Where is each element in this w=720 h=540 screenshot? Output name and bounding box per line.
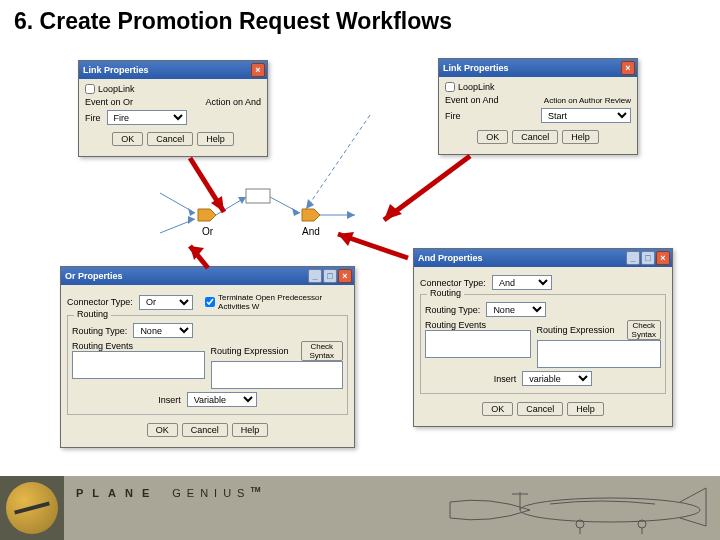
terminate-checkbox[interactable]: Terminate Open Predecessor Activities W xyxy=(205,293,348,311)
routing-expression-box[interactable] xyxy=(211,361,344,389)
routing-expression-label: Routing Expression xyxy=(211,346,289,356)
minimize-icon[interactable]: _ xyxy=(626,251,640,265)
routing-events-label: Routing Events xyxy=(72,341,205,351)
routing-events-list[interactable] xyxy=(425,330,531,358)
help-button[interactable]: Help xyxy=(567,402,604,416)
insert-select[interactable]: Variable xyxy=(187,392,257,407)
brand-text: PLANEGENIUSTM xyxy=(76,486,261,499)
link-properties-dialog-left: Link Properties × LoopLink Event on Or A… xyxy=(78,60,268,157)
svg-line-7 xyxy=(306,115,370,209)
ok-button[interactable]: OK xyxy=(482,402,513,416)
logo-badge: CIRRUS xyxy=(0,476,64,540)
callout-arrow xyxy=(180,150,240,234)
routing-type-select[interactable]: None xyxy=(133,323,193,338)
connector-type-select[interactable]: And xyxy=(492,275,552,290)
airplane-lineart-icon xyxy=(430,482,710,536)
or-properties-dialog: Or Properties _ □ × Connector Type: Or T… xyxy=(60,266,355,448)
fire-label: Fire xyxy=(85,113,101,123)
callout-arrow xyxy=(180,238,220,282)
cancel-button[interactable]: Cancel xyxy=(182,423,228,437)
dialog-title: Link Properties xyxy=(83,65,251,75)
svg-point-21 xyxy=(520,498,700,522)
slide-title: 6. Create Promotion Request Workflows xyxy=(0,0,720,43)
action-on-label: Action on And xyxy=(205,97,261,107)
and-node-label: And xyxy=(302,226,320,237)
callout-arrow xyxy=(328,228,418,272)
close-icon[interactable]: × xyxy=(656,251,670,265)
help-button[interactable]: Help xyxy=(232,423,269,437)
dialog-title: Link Properties xyxy=(443,63,621,73)
titlebar[interactable]: Link Properties × xyxy=(79,61,267,79)
routing-legend: Routing xyxy=(74,309,111,319)
ok-button[interactable]: OK xyxy=(112,132,143,146)
fire-label: Fire xyxy=(445,111,461,121)
routing-type-label: Routing Type: xyxy=(425,305,480,315)
connector-type-select[interactable]: Or xyxy=(139,295,193,310)
routing-expression-label: Routing Expression xyxy=(537,325,615,335)
check-syntax-button[interactable]: Check Syntax xyxy=(627,320,661,340)
cancel-button[interactable]: Cancel xyxy=(512,130,558,144)
check-syntax-button[interactable]: Check Syntax xyxy=(301,341,343,361)
cirrus-logo-icon: CIRRUS xyxy=(6,482,58,534)
routing-events-label: Routing Events xyxy=(425,320,531,330)
routing-expression-box[interactable] xyxy=(537,340,662,368)
svg-rect-6 xyxy=(246,189,270,203)
maximize-icon[interactable]: □ xyxy=(641,251,655,265)
titlebar[interactable]: Link Properties × xyxy=(439,59,637,77)
ok-button[interactable]: OK xyxy=(477,130,508,144)
slide-footer: CIRRUS PLANEGENIUSTM xyxy=(0,476,720,540)
insert-select[interactable]: variable xyxy=(522,371,592,386)
ok-button[interactable]: OK xyxy=(147,423,178,437)
link-properties-dialog-right: Link Properties × LoopLink Event on And … xyxy=(438,58,638,155)
cancel-button[interactable]: Cancel xyxy=(517,402,563,416)
connector-type-label: Connector Type: xyxy=(67,297,133,307)
titlebar[interactable]: And Properties _ □ × xyxy=(414,249,672,267)
help-button[interactable]: Help xyxy=(197,132,234,146)
routing-events-list[interactable] xyxy=(72,351,205,379)
cancel-button[interactable]: Cancel xyxy=(147,132,193,146)
action-on-label: Action on Author Review xyxy=(544,96,631,105)
event-on-label: Event on Or xyxy=(85,97,133,107)
minimize-icon[interactable]: _ xyxy=(308,269,322,283)
close-icon[interactable]: × xyxy=(621,61,635,75)
insert-label: Insert xyxy=(494,374,517,384)
routing-type-select[interactable]: None xyxy=(486,302,546,317)
svg-marker-12 xyxy=(347,211,355,219)
insert-label: Insert xyxy=(158,395,181,405)
help-button[interactable]: Help xyxy=(562,130,599,144)
event-on-label: Event on And xyxy=(445,95,499,105)
svg-marker-8 xyxy=(306,199,314,209)
looplink-checkbox[interactable]: LoopLink xyxy=(445,82,631,92)
fire-select[interactable]: Start xyxy=(541,108,631,123)
and-properties-dialog: And Properties _ □ × Connector Type: And… xyxy=(413,248,673,427)
routing-type-label: Routing Type: xyxy=(72,326,127,336)
fire-select[interactable]: Fire xyxy=(107,110,187,125)
close-icon[interactable]: × xyxy=(251,63,265,77)
routing-legend: Routing xyxy=(427,288,464,298)
connector-type-label: Connector Type: xyxy=(420,278,486,288)
looplink-checkbox[interactable]: LoopLink xyxy=(85,84,261,94)
